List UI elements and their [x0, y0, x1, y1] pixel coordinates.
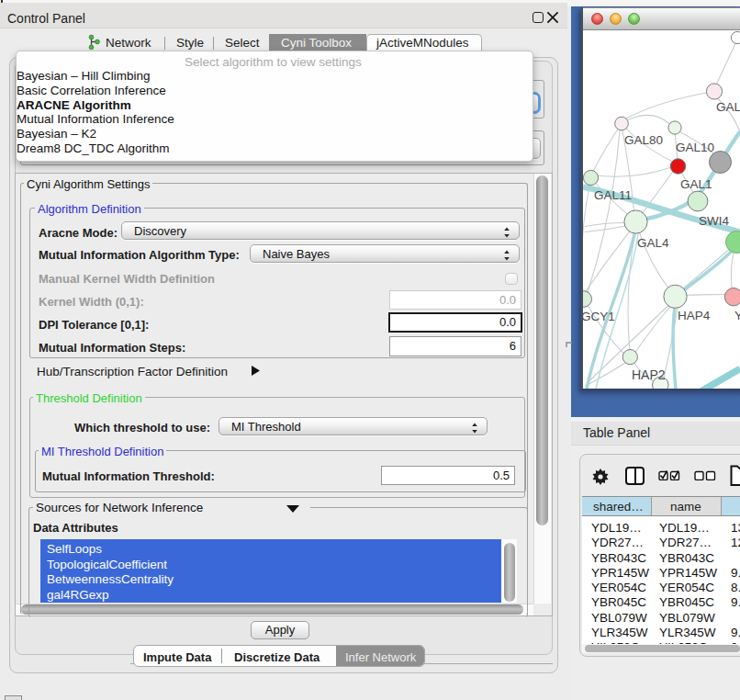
svg-text:GAL4: GAL4 — [637, 236, 669, 250]
svg-text:GAL11: GAL11 — [594, 188, 632, 202]
svg-text:Y: Y — [734, 309, 740, 322]
svg-text:SWI4: SWI4 — [699, 214, 729, 228]
svg-text:HAP2: HAP2 — [632, 367, 666, 382]
svg-text:GAL1: GAL1 — [680, 177, 712, 191]
svg-text:GAL80: GAL80 — [624, 133, 663, 147]
svg-text:GAL10: GAL10 — [676, 141, 714, 154]
svg-text:GAL7: GAL7 — [716, 100, 740, 114]
svg-text:GCY1: GCY1 — [583, 310, 615, 323]
svg-text:HAP4: HAP4 — [678, 309, 711, 322]
